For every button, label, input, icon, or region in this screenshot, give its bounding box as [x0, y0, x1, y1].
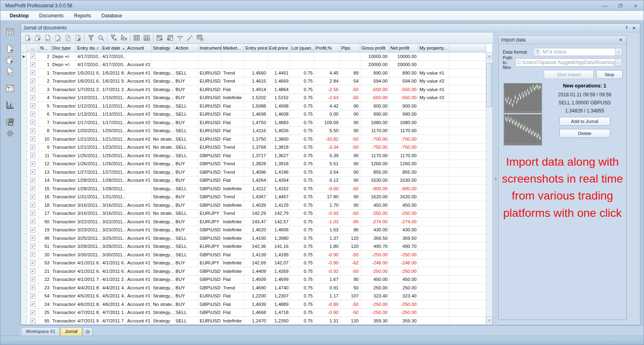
table-row[interactable]: ✓13Transaction1/27/2011...1/27/2011...Ac… [21, 168, 486, 177]
summary-table-button[interactable] [142, 33, 152, 43]
grid-settings-button[interactable] [195, 33, 205, 43]
row-checkbox[interactable]: ✓ [30, 194, 35, 200]
search-button[interactable] [96, 33, 106, 43]
minimize-button[interactable]: — [600, 2, 610, 9]
table-row[interactable]: ✓1Depo +/-4/17/2010...4/17/2010...Accoun… [21, 61, 486, 69]
combo-dropdown-button[interactable]: ▼ [615, 48, 622, 56]
row-checkbox[interactable]: ✓ [30, 227, 35, 233]
row-checkbox[interactable]: ✓ [30, 293, 35, 299]
column-header-exit-price[interactable]: Exit price [268, 44, 290, 52]
row-checkbox[interactable]: ✓ [30, 120, 35, 125]
row-checkbox[interactable]: ✓ [30, 252, 35, 257]
table-row[interactable]: ✓18Transaction3/16/2011...3/16/2011...Ac… [21, 201, 486, 210]
menu-documents[interactable]: Documents [34, 12, 69, 20]
row-checkbox[interactable]: ✓ [30, 62, 35, 67]
row-checkbox[interactable]: ✓ [30, 318, 35, 323]
table-row[interactable]: ✓54Transaction4/5/2011 6...4/5/2011 4...… [21, 292, 486, 301]
column-header-strategy[interactable]: Strategy [152, 44, 174, 52]
row-checkbox[interactable]: ✓ [30, 145, 35, 150]
pointer-import-button[interactable] [119, 33, 129, 43]
data-format-combo[interactable]: ? MT4 online ▼ [533, 48, 622, 56]
statistics-button[interactable] [3, 100, 17, 111]
table-row[interactable]: ✓11Transaction1/25/2011...1/25/2011...Ac… [21, 152, 486, 160]
table-row[interactable]: ✓55Transaction4/7/2011 94/7/2011 7Accoun… [21, 317, 486, 324]
menu-reports[interactable]: Reports [69, 12, 96, 20]
table-row[interactable]: ✓10Transaction1/21/2011...1/21/2011...Ac… [21, 135, 486, 143]
column-header-market[interactable]: Market... [222, 44, 244, 52]
row-checkbox[interactable]: ✓ [30, 244, 35, 249]
transfer-document-button[interactable] [43, 33, 53, 43]
vertical-scrollbar[interactable]: ▲ ▼ [486, 52, 492, 323]
table-row[interactable]: ✓16Transaction1/31/2011...1/31/2011...St… [21, 193, 486, 202]
journal-grid-button[interactable] [3, 26, 17, 37]
row-checkbox[interactable]: ✓ [30, 178, 35, 183]
import-table-button[interactable] [165, 33, 175, 43]
row-checkbox[interactable]: ✓ [30, 87, 35, 92]
row-checkbox[interactable]: ✓ [30, 301, 35, 307]
close-button[interactable]: × [631, 2, 640, 9]
column-header-entry-da[interactable]: Entry da...▼ [76, 44, 101, 52]
menu-database[interactable]: Database [96, 12, 127, 20]
table-row[interactable]: ✓6Transaction1/13/2011...1/13/2011...Acc… [21, 110, 486, 119]
row-checkbox[interactable]: ✓ [30, 277, 35, 282]
column-header-n[interactable]: N... [39, 44, 51, 52]
menu-desktop[interactable]: Desktop [4, 12, 34, 20]
group-table-button[interactable] [132, 33, 142, 43]
pin-button[interactable] [623, 25, 630, 31]
add-document-button[interactable] [23, 33, 33, 43]
row-checkbox[interactable]: ✓ [30, 268, 35, 274]
column-header-instrument[interactable]: Instrument [198, 44, 222, 52]
workspace-settings-button[interactable] [83, 327, 93, 336]
row-checkbox[interactable]: ✓ [30, 95, 35, 100]
column-header-entry-price[interactable]: Entry price [244, 44, 268, 52]
filter-button[interactable] [86, 33, 96, 43]
table-row[interactable]: ✓21Transaction4/1/2011 6...4/1/2011 6...… [21, 267, 486, 276]
table-row[interactable]: ✓15Transaction1/28/2011...1/28/2011...St… [21, 185, 486, 193]
settings-button[interactable] [3, 128, 17, 139]
row-checkbox[interactable]: ✓ [30, 186, 35, 191]
calendar-button[interactable]: 7 [3, 83, 17, 94]
table-row[interactable]: ✓14Transaction1/28/2011...1/28/2011...Ac… [21, 177, 486, 185]
wizard-button[interactable] [185, 33, 195, 43]
table-row[interactable]: ✓1Transaction1/5/2011 6...1/5/2011 8...A… [21, 69, 486, 77]
scroll-down-button[interactable]: ▼ [486, 317, 492, 323]
column-header-lot-quan[interactable]: Lot (quan... [290, 44, 314, 52]
column-header-exit-date[interactable]: Exit date▲ [101, 44, 126, 52]
tab-jurnal[interactable]: Jurnal [60, 327, 82, 336]
row-checkbox[interactable]: ✓ [30, 112, 35, 117]
database-button[interactable] [3, 116, 17, 128]
delete-document-button[interactable] [73, 33, 83, 43]
row-checkbox[interactable]: ✓ [30, 79, 35, 84]
column-header-action[interactable]: Action [174, 44, 198, 52]
table-row[interactable]: ✓19Transaction3/23/2011...3/23/2011...Ac… [21, 226, 486, 235]
column-header-doc-type[interactable]: Doc type [51, 44, 76, 52]
row-checkbox[interactable]: ✓ [30, 310, 35, 315]
row-checkbox[interactable]: ✓ [30, 54, 35, 59]
column-header-pips[interactable]: Pips [340, 44, 360, 52]
table-row[interactable]: ✓17Transaction3/16/2011...3/16/2011...Ac… [21, 210, 486, 218]
best-fit-columns-button[interactable] [175, 33, 185, 43]
row-checkbox[interactable]: ✓ [30, 136, 35, 141]
filter-export-button[interactable] [109, 33, 119, 43]
column-header-profit[interactable]: Profit,% [314, 44, 340, 52]
row-checkbox[interactable]: ✓ [30, 128, 35, 133]
export-table-button[interactable] [155, 33, 165, 43]
table-row[interactable]: ✓49Transaction3/25/2011...3/25/2011...Ac… [21, 234, 486, 243]
table-row[interactable]: ✓2Transaction1/6/2011 6...1/6/2011 9...A… [21, 77, 486, 86]
table-row[interactable]: ✓23Transaction4/4/2011 8...4/4/2011 4...… [21, 284, 486, 292]
row-checkbox[interactable]: ✓ [30, 70, 35, 75]
row-checkbox[interactable]: ✓ [30, 260, 35, 266]
row-checkbox[interactable]: ✓ [30, 219, 35, 224]
table-row[interactable]: ✓12Transaction1/26/2011...1/26/2011...Ac… [21, 160, 486, 168]
table-row[interactable]: ✓20Transaction3/30/2011...3/30/2011...Ac… [21, 251, 486, 259]
row-checkbox[interactable]: ✓ [30, 103, 35, 108]
copy-document-button[interactable] [33, 33, 43, 43]
panel-close-button[interactable]: × [630, 25, 638, 31]
row-checkbox[interactable]: ✓ [30, 235, 35, 241]
scrollbar-thumb[interactable] [486, 63, 492, 107]
row-checkbox[interactable]: ✓ [30, 169, 35, 175]
transfer-documents-button[interactable] [3, 66, 17, 77]
start-import-button[interactable]: Start import [544, 70, 594, 79]
panel-splitter[interactable]: ≡ [494, 32, 497, 325]
table-row[interactable]: ✓51Transaction3/28/2011...3/28/2011...Ac… [21, 243, 486, 251]
